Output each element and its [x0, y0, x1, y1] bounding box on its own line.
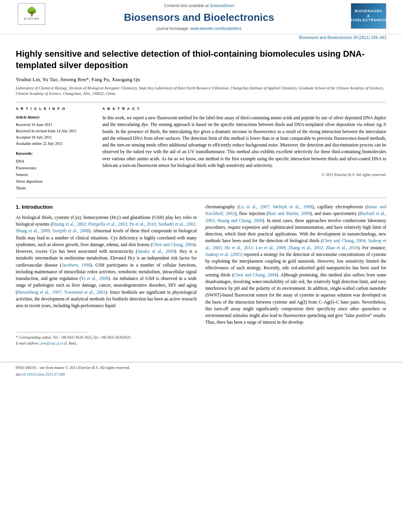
header-center: Contents lists available at ScienceDirec… [47, 3, 351, 32]
journal-logo-right: BIOSENSORS&BIOELECTRONICS [351, 3, 386, 29]
page-wrapper: 🌳 ELSEVIER Contents lists available at S… [0, 0, 402, 380]
footnote-area: * Corresponding author. Tel.: +86 0431 8… [16, 312, 197, 346]
abstract-text: In this work, we report a new fluorescen… [102, 115, 386, 169]
intro-paragraph-left: As biological thiols, cysteine (Cys), ho… [16, 214, 197, 310]
elsevier-logo: 🌳 ELSEVIER [16, 3, 47, 25]
page-footer: 0956-5663/$ – see front matter © 2011 El… [0, 362, 402, 380]
footnote-email: E-mail address: jren@ciac.jl.cn (J. Ren)… [16, 341, 197, 346]
journal-ref-line: Biosensors and Bioelectronics 28 (2011) … [0, 34, 402, 41]
accepted-date: Accepted 18 July 2011 [16, 134, 94, 141]
section1-title: 1. Introduction [16, 204, 197, 211]
intro-paragraph-right: chromatography (Lu et al., 2007; Melnyk … [206, 204, 387, 326]
article-info-column: A R T I C L E I N F O Article history: R… [16, 106, 94, 191]
keyword-sensors: Sensors [16, 171, 94, 178]
body-content: 1. Introduction As biological thiols, cy… [16, 198, 386, 346]
history-label: Article history: [16, 115, 94, 120]
homepage-label: journal homepage: [157, 26, 189, 31]
keywords-section: Keywords: DNA Fluorescence Sensors Silve… [16, 151, 94, 191]
footer-doi: doi:10.1016/j.bios.2011.07.040 [16, 372, 386, 377]
elsevier-tree-icon: 🌳 [26, 7, 37, 16]
abstract-column: A B S T R A C T In this work, we report … [102, 106, 386, 191]
sciencedirect-link: Contents lists available at ScienceDirec… [55, 3, 343, 9]
footnote-corresponding: * Corresponding author. Tel.: +86 0431 8… [16, 335, 197, 340]
body-right-column: chromatography (Lu et al., 2007; Melnyk … [206, 204, 387, 346]
revised-date: Received in revised form 14 July 2011 [16, 128, 94, 134]
journal-homepage: journal homepage: www.elsevier.com/locat… [55, 26, 343, 32]
authors-text: Youhui Lin, Yu Tao, Jinsong Ren*, Fang P… [16, 76, 140, 82]
keywords-label: Keywords: [16, 151, 94, 156]
keyword-thiols: Thiols [16, 185, 94, 191]
body-left-column: 1. Introduction As biological thiols, cy… [16, 204, 197, 346]
journal-header: 🌳 ELSEVIER Contents lists available at S… [0, 0, 402, 34]
copyright-line: © 2011 Elsevier B.V. All rights reserved… [102, 172, 386, 178]
article-info-header: A R T I C L E I N F O [16, 106, 94, 111]
authors-line: Youhui Lin, Yu Tao, Jinsong Ren*, Fang P… [16, 76, 386, 83]
received-date: Received 10 June 2011 [16, 122, 94, 128]
sciencedirect-text[interactable]: ScienceDirect [210, 4, 234, 8]
article-title: Highly sensitive and selective detection… [16, 48, 386, 71]
available-date: Available online 22 July 2011 [16, 141, 94, 147]
doi-value[interactable]: 10.1016/j.bios.2011.07.040 [22, 372, 65, 376]
article-content: Highly sensitive and selective detection… [0, 41, 402, 354]
footer-issn: 0956-5663/$ – see front matter © 2011 El… [16, 365, 386, 371]
affiliation: Laboratory of Chemical Biology, Division… [16, 85, 386, 96]
journal-title: Biosensors and Bioelectronics [55, 10, 343, 24]
keyword-dna: DNA [16, 158, 94, 165]
doi-label: doi: [16, 372, 22, 376]
journal-ref-text: Biosensors and Bioelectronics 28 (2011) … [299, 35, 386, 40]
footnote-divider [16, 332, 88, 332]
keyword-silver: Silver deposition [16, 178, 94, 185]
homepage-link[interactable]: www.elsevier.com/locate/bios [190, 26, 241, 31]
abstract-header: A B S T R A C T [102, 106, 386, 111]
article-info-abstract-section: A R T I C L E I N F O Article history: R… [16, 106, 386, 191]
divider-1 [16, 102, 386, 102]
elsevier-logo-box: 🌳 ELSEVIER [18, 3, 45, 25]
keyword-fluorescence: Fluorescence [16, 165, 94, 171]
